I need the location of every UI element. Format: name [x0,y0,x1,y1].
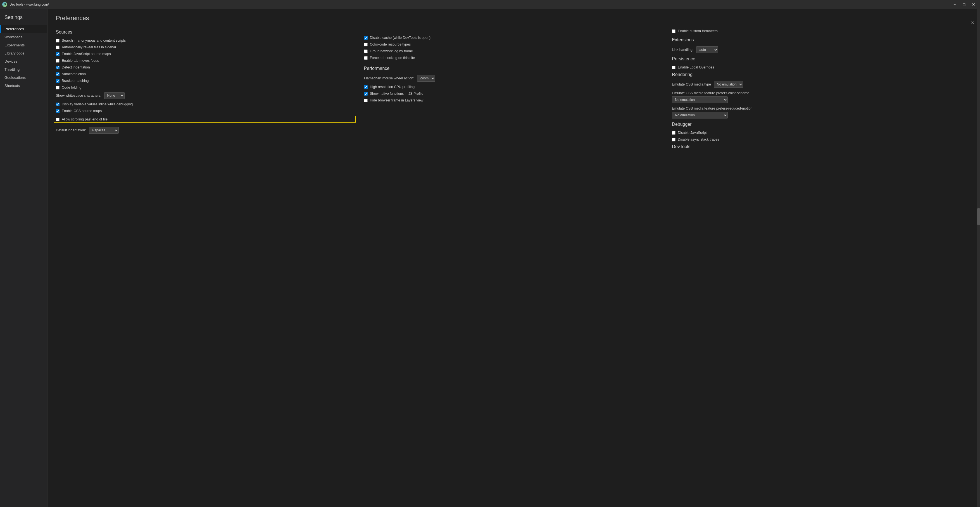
reveal-files-checkbox[interactable] [56,46,59,49]
sidebar-item-shortcuts[interactable]: Shortcuts [0,81,47,90]
disable-async-checkbox[interactable] [672,138,676,142]
sidebar-item-preferences[interactable]: Preferences [0,25,47,33]
disable-async-label: Disable async stack traces [678,137,719,142]
app-container: Settings Preferences Workspace Experimen… [0,9,980,507]
hide-browser-frame-label: Hide browser frame in Layers view [370,98,423,102]
disable-js-label: Disable JavaScript [678,131,707,135]
tab-focus-checkbox[interactable] [56,59,59,62]
local-overrides-label: Enable Local Overrides [678,65,714,69]
checkbox-hide-browser-frame: Hide browser frame in Layers view [364,98,664,102]
emulate-prefers-color-group: Emulate CSS media feature prefers-color-… [672,91,972,103]
detect-indent-checkbox[interactable] [56,66,59,69]
disable-js-checkbox[interactable] [672,131,676,135]
tab-focus-label: Enable tab moves focus [62,59,99,62]
link-handling-select[interactable]: auto frontend Ask [696,46,718,53]
whitespace-row: Show whitespace characters: None Trailin… [56,92,356,99]
emulate-prefers-color-label: Emulate CSS media feature prefers-color-… [672,91,972,95]
emulate-css-media-select[interactable]: No emulation print screen [714,81,743,88]
sidebar-item-geolocations[interactable]: Geolocations [0,73,47,81]
disable-cache-label: Disable cache (while DevTools is open) [370,36,431,40]
native-functions-checkbox[interactable] [364,92,368,96]
group-network-checkbox[interactable] [364,49,368,53]
whitespace-select[interactable]: None Trailing All [104,92,125,99]
checkbox-high-res-cpu: High resolution CPU profiling [364,85,664,89]
bracket-matching-checkbox[interactable] [56,79,59,83]
checkbox-local-overrides: Enable Local Overrides [672,65,972,69]
page-title: Preferences [56,14,972,22]
autocompletion-checkbox[interactable] [56,72,59,76]
force-ad-blocking-checkbox[interactable] [364,56,368,60]
sidebar-item-label: Library code [5,51,25,55]
code-folding-checkbox[interactable] [56,86,59,89]
scrollbar-track [977,9,980,507]
network-performance-column: Disable cache (while DevTools is open) C… [364,27,664,153]
sidebar-item-label: Preferences [5,27,24,31]
checkbox-disable-async: Disable async stack traces [672,137,972,142]
js-source-maps-label: Enable JavaScript source maps [62,52,111,56]
force-ad-blocking-label: Force ad blocking on this site [370,56,415,60]
sidebar-heading: Settings [0,12,47,25]
preferences-columns: Sources Search in anonymous and content … [56,27,972,153]
native-functions-label: Show native functions in JS Profile [370,92,423,96]
performance-section-title: Performance [364,66,664,71]
high-res-cpu-label: High resolution CPU profiling [370,85,415,89]
autocompletion-label: Autocompletion [62,72,86,76]
reveal-files-label: Automatically reveal files in sidebar [62,45,116,49]
local-overrides-checkbox[interactable] [672,66,676,69]
sidebar-item-devices[interactable]: Devices [0,57,47,65]
checkbox-code-folding: Code folding [56,86,356,89]
color-code-checkbox[interactable] [364,43,368,46]
high-res-cpu-checkbox[interactable] [364,85,368,89]
debugger-section-title: Debugger [672,122,972,127]
checkbox-scroll-past-end: Allow scrolling past end of file [54,116,356,123]
emulate-reduced-motion-select[interactable]: No emulation prefers-reduced-motion: red… [672,112,728,118]
variable-inline-label: Display variable values inline while deb… [62,102,133,106]
link-handling-label: Link handling: [672,48,694,52]
disable-cache-checkbox[interactable] [364,36,368,40]
window-close-button[interactable]: ✕ [969,2,978,8]
titlebar-controls: − □ ✕ [950,2,978,8]
scrollbar-thumb[interactable] [977,208,980,225]
custom-formatters-checkbox[interactable] [672,29,676,33]
js-source-maps-checkbox[interactable] [56,52,59,56]
checkbox-variable-inline: Display variable values inline while deb… [56,102,356,106]
detect-indent-label: Detect indentation [62,65,90,69]
checkbox-group-network: Group network log by frame [364,49,664,53]
checkbox-tab-focus: Enable tab moves focus [56,59,356,62]
checkbox-disable-cache: Disable cache (while DevTools is open) [364,36,664,40]
group-network-label: Group network log by frame [370,49,413,53]
flamechart-select[interactable]: Zoom Scroll [417,75,435,81]
variable-inline-checkbox[interactable] [56,102,59,106]
checkbox-reveal-files: Automatically reveal files in sidebar [56,45,356,49]
emulate-prefers-color-select[interactable]: No emulation prefers-color-scheme: dark … [672,96,728,103]
checkbox-disable-js: Disable JavaScript [672,131,972,135]
sidebar: Settings Preferences Workspace Experimen… [0,9,48,507]
checkbox-color-code: Color-code resource types [364,43,664,46]
indent-select[interactable]: 2 spaces 4 spaces 8 spaces Tab character [89,127,119,134]
sidebar-item-experiments[interactable]: Experiments [0,41,47,49]
sidebar-item-library-code[interactable]: Library code [0,49,47,57]
sidebar-item-label: Devices [5,59,18,64]
titlebar-left: D DevTools - www.bing.com/ [2,2,49,7]
scroll-past-end-checkbox[interactable] [56,118,59,121]
bracket-matching-label: Bracket matching [62,79,89,83]
checkbox-custom-formatters: Enable custom formatters [672,29,972,33]
sidebar-item-workspace[interactable]: Workspace [0,33,47,41]
hide-browser-frame-checkbox[interactable] [364,99,368,102]
anon-scripts-checkbox[interactable] [56,39,59,43]
content-area: ✕ Preferences Sources Search in anonymou… [48,9,980,507]
panel-close-button[interactable]: ✕ [971,20,974,26]
checkbox-detect-indent: Detect indentation [56,65,356,69]
titlebar: D DevTools - www.bing.com/ − □ ✕ [0,0,980,9]
emulate-css-media-row: Emulate CSS media type No emulation prin… [672,81,972,88]
persistence-section-title: Persistence [672,56,972,62]
minimize-button[interactable]: − [950,2,959,8]
flamechart-label: Flamechart mouse wheel action: [364,76,414,80]
checkbox-autocompletion: Autocompletion [56,72,356,76]
flamechart-row: Flamechart mouse wheel action: Zoom Scro… [364,75,664,81]
css-source-maps-checkbox[interactable] [56,109,59,113]
sidebar-item-throttling[interactable]: Throttling [0,65,47,73]
rendering-section-title: Rendering [672,72,972,77]
maximize-button[interactable]: □ [960,2,968,8]
sources-section-title: Sources [56,30,356,35]
